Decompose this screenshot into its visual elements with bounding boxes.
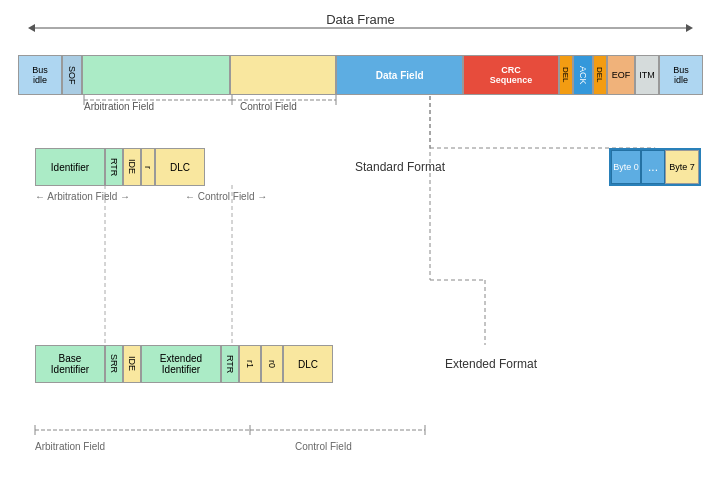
cell-ext-dlc: DLC xyxy=(283,345,333,383)
cell-ext-rtr: RTR xyxy=(221,345,239,383)
std-arb-label: ← Arbitration Field → xyxy=(35,190,130,202)
cell-base-identifier: Base Identifier xyxy=(35,345,105,383)
arbitration-field-label: Arbitration Field xyxy=(84,100,154,112)
standard-format-label: Standard Format xyxy=(355,160,445,174)
cell-std-ide: IDE xyxy=(123,148,141,186)
cell-byte0: Byte 0 xyxy=(611,150,641,184)
cell-data-field: Data Field xyxy=(336,55,463,95)
ext-arb-field-label: Arbitration Field xyxy=(35,440,105,452)
cell-dots: ... xyxy=(641,150,665,184)
data-frame-label: Data Frame xyxy=(326,12,395,27)
cell-srr: SRR xyxy=(105,345,123,383)
cell-std-r: r xyxy=(141,148,155,186)
main-can-bar: Bus idle SOF Data Field CRC Sequence DEL… xyxy=(18,55,703,95)
cell-arb-field xyxy=(82,55,230,95)
standard-format-bar: Identifier RTR IDE r DLC xyxy=(35,148,345,186)
control-field-label: Control Field xyxy=(240,100,297,112)
cell-bus-idle-right: Bus idle xyxy=(659,55,703,95)
cell-eof: EOF xyxy=(607,55,635,95)
ext-ctrl-field-label: Control Field xyxy=(295,440,352,452)
cell-control-field xyxy=(230,55,336,95)
cell-itm: ITM xyxy=(635,55,659,95)
standard-format-section: Identifier RTR IDE r DLC xyxy=(35,148,345,186)
cell-sof: SOF xyxy=(62,55,82,95)
extended-format-label: Extended Format xyxy=(445,357,537,371)
cell-r0: r0 xyxy=(261,345,283,383)
cell-ext-ide: IDE xyxy=(123,345,141,383)
cell-del1: DEL xyxy=(559,55,573,95)
cell-std-dlc: DLC xyxy=(155,148,205,186)
cell-ack: ACK xyxy=(573,55,593,95)
byte-section: Byte 0 ... Byte 7 xyxy=(609,148,701,186)
cell-std-rtr: RTR xyxy=(105,148,123,186)
extended-format-bar: Base Identifier SRR IDE Extended Identif… xyxy=(35,345,425,383)
cell-byte7: Byte 7 xyxy=(665,150,699,184)
extended-format-section: Base Identifier SRR IDE Extended Identif… xyxy=(35,345,425,383)
cell-extended-identifier: Extended Identifier xyxy=(141,345,221,383)
diagram-container: Data Frame xyxy=(0,0,721,503)
cell-crc-sequence: CRC Sequence xyxy=(463,55,559,95)
std-ctrl-label: ← Control Field → xyxy=(185,190,267,202)
cell-r1: r1 xyxy=(239,345,261,383)
cell-bus-idle-left: Bus idle xyxy=(18,55,62,95)
cell-std-identifier: Identifier xyxy=(35,148,105,186)
cell-del2: DEL xyxy=(593,55,607,95)
